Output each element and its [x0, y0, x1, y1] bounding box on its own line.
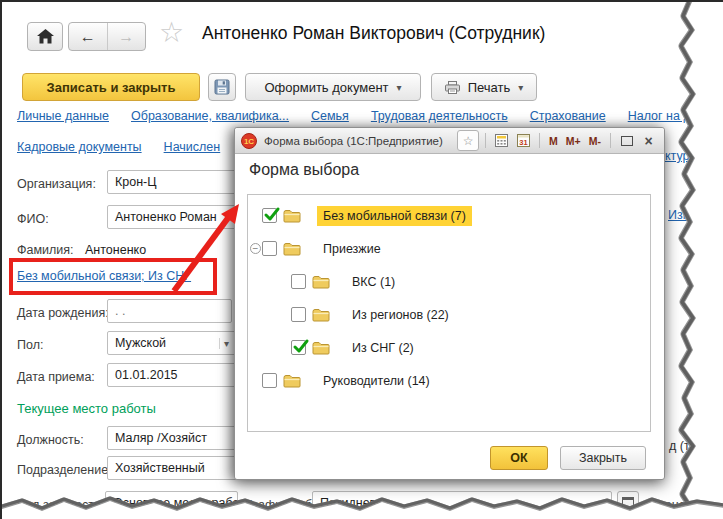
nav-tabs-row2: Кадровые документы Начислен [17, 140, 220, 154]
position-field[interactable]: Маляр /Хозяйст [107, 426, 242, 450]
tree-item-checkbox[interactable] [262, 241, 277, 256]
surname-label: Фамилия: [17, 243, 74, 257]
department-field[interactable]: Хозяйственный [107, 456, 242, 480]
back-button[interactable]: ← [69, 23, 108, 50]
tree-item[interactable]: − Руководители (14) [248, 364, 650, 397]
home-icon [37, 29, 54, 44]
check-icon [292, 338, 310, 355]
tree-item[interactable]: − ВКС (1) [248, 265, 650, 298]
maximize-button[interactable] [617, 131, 636, 150]
fio-field[interactable]: Антоненко Роман [107, 205, 242, 229]
tree-item-checkbox[interactable] [262, 208, 277, 223]
star-icon: ☆ [463, 134, 474, 148]
birth-date-field[interactable]: . . [107, 299, 232, 323]
categories-link[interactable]: Без мобильной связи; Из СНГ [17, 269, 191, 283]
nav-tab[interactable]: Начислен [164, 140, 221, 154]
svg-text:1С: 1С [244, 137, 254, 146]
folder-icon [283, 242, 301, 256]
gender-label: Пол: [17, 338, 43, 352]
tree-item-label: Из регионов (22) [346, 305, 455, 325]
folder-icon [283, 209, 301, 223]
svg-text:31: 31 [519, 138, 527, 147]
department-label: Подразделение: [17, 463, 112, 477]
tree-item[interactable]: − Без мобильной связи (7) [248, 199, 650, 232]
salary-label-fragment: д (тариф [669, 439, 721, 453]
folder-icon [312, 341, 330, 355]
hire-date-label: Дата приема: [17, 370, 95, 384]
close-button[interactable]: × [639, 131, 658, 150]
tree-item[interactable]: − Из СНГ (2) [248, 331, 650, 364]
tree-item[interactable]: − Из регионов (22) [248, 298, 650, 331]
home-button[interactable] [27, 22, 63, 51]
calculator-button[interactable] [492, 131, 511, 150]
nav-tab[interactable]: Образование, квалифика... [131, 109, 289, 123]
memory-buttons: M M+ M- [546, 135, 604, 147]
employment-type-field[interactable]: Основное место работы [105, 491, 238, 515]
memory-button[interactable]: M+ [563, 135, 584, 147]
back-icon: ← [80, 28, 96, 46]
titlebar-separator [610, 133, 611, 148]
dialog-favorite-button[interactable]: ☆ [457, 130, 479, 151]
nav-link-fragment[interactable]: ктуре п [665, 149, 707, 163]
save-and-close-button[interactable]: Записать и закрыть [22, 73, 200, 101]
position-label: Должность: [17, 433, 84, 447]
gender-select[interactable]: Мужской ▾ [107, 331, 237, 355]
memory-button[interactable]: M- [586, 135, 604, 147]
tree-item-checkbox[interactable] [291, 274, 306, 289]
tree-item-label: Из СНГ (2) [346, 338, 420, 358]
fio-label: ФИО: [17, 212, 49, 226]
dialog-heading: Форма выбора [249, 161, 359, 179]
schedule-field[interactable]: Пятидневка [312, 491, 612, 515]
tree-item-label: Руководители (14) [317, 371, 436, 391]
dropdown-caret-icon[interactable]: ▾ [219, 338, 229, 349]
tree-item-label: Приезжие [317, 239, 387, 259]
category-tree: − Без мобильной связи (7) − При [247, 194, 651, 432]
nav-tabs-row1: Личные данные Образование, квалифика... … [17, 109, 691, 123]
calendar-button[interactable]: 31 [514, 131, 533, 150]
close-icon: × [644, 134, 652, 148]
open-schedule-button[interactable] [617, 491, 639, 515]
tree-item-label: Без мобильной связи (7) [317, 206, 472, 226]
surname-value: Антоненко [85, 243, 146, 257]
dropdown-caret-icon: ▾ [518, 82, 523, 93]
forward-icon: → [118, 28, 134, 46]
1c-logo-icon: 1С [241, 133, 257, 149]
save-button[interactable] [208, 73, 236, 101]
organization-field[interactable]: Крон-Ц [107, 170, 242, 194]
nav-tab[interactable]: Кадровые документы [17, 140, 142, 154]
create-document-button[interactable]: Оформить документ ▾ [245, 73, 421, 101]
selection-form-dialog: 1С Форма выбора (1С:Предприятие) ☆ 31 [234, 127, 665, 480]
floppy-save-icon [214, 79, 230, 95]
birth-date-label: Дата рождения: [17, 306, 109, 320]
advance-label: Аванс: [650, 498, 688, 512]
nav-tab[interactable]: Личные данные [17, 109, 109, 123]
tree-item[interactable]: − Приезжие [248, 232, 650, 265]
forward-button[interactable]: → [108, 23, 146, 50]
collapse-icon[interactable]: − [250, 243, 261, 254]
tree-item-checkbox[interactable] [262, 373, 277, 388]
dialog-close-button[interactable]: Закрыть [560, 446, 646, 470]
folder-icon [312, 275, 330, 289]
nav-tab[interactable]: Семья [311, 109, 349, 123]
ok-button[interactable]: ОК [490, 446, 548, 470]
nav-tab[interactable]: Страхование [530, 109, 606, 123]
memory-button[interactable]: M [546, 135, 561, 147]
tree-item-label: ВКС (1) [346, 272, 401, 292]
print-button[interactable]: Печать ▾ [431, 73, 537, 101]
nav-tab[interactable]: Налог на д [628, 109, 691, 123]
open-form-icon [622, 497, 634, 509]
change-link[interactable]: Изменить [668, 208, 723, 222]
dialog-title: Форма выбора (1С:Предприятие) [264, 135, 443, 147]
folder-icon [283, 374, 301, 388]
tree-item-checkbox[interactable] [291, 307, 306, 322]
titlebar-separator [485, 133, 486, 148]
hire-date-field[interactable]: 01.01.2015 [107, 363, 237, 387]
dialog-titlebar[interactable]: 1С Форма выбора (1С:Предприятие) ☆ 31 [235, 128, 664, 154]
dropdown-caret-icon: ▾ [397, 82, 402, 93]
calendar-icon: 31 [517, 134, 530, 147]
folder-icon [312, 308, 330, 322]
history-nav: ← → [68, 22, 146, 51]
favorite-star-icon[interactable]: ☆ [159, 16, 184, 49]
tree-item-checkbox[interactable] [291, 340, 306, 355]
nav-tab[interactable]: Трудовая деятельность [371, 109, 508, 123]
